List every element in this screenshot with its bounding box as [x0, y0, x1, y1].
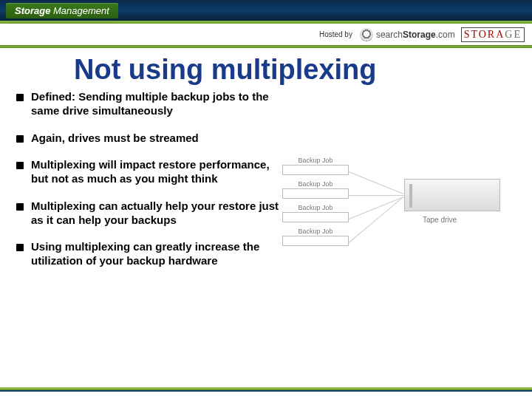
- bullet-item: Defined: Sending multiple backup jobs to…: [16, 90, 282, 118]
- hosted-row: Hosted by searchStorage.com STORAGE: [0, 24, 532, 46]
- footer-stripe: [0, 387, 532, 392]
- backup-job-label: Backup Job: [298, 204, 332, 211]
- connector-line: [349, 197, 404, 219]
- hosted-logos: searchStorage.com STORAGE: [360, 27, 525, 42]
- bullet-item: Multiplexing can actually help your rest…: [16, 200, 282, 228]
- tape-drive: [404, 179, 500, 211]
- slide-title: Not using multiplexing: [0, 48, 532, 90]
- backup-job-3: Backup Job: [282, 204, 349, 222]
- backup-job-4: Backup Job: [282, 228, 349, 246]
- brand-bold: Storage: [15, 5, 50, 16]
- hosted-by-label: Hosted by: [319, 30, 352, 38]
- brand-light: Management: [53, 5, 109, 16]
- connector-line: [349, 171, 404, 194]
- searchstorage-text: searchStorage.com: [376, 30, 455, 40]
- content-area: Defined: Sending multiple backup jobs to…: [0, 90, 532, 282]
- brand-badge: Storage Management: [6, 3, 118, 18]
- backup-job-label: Backup Job: [298, 180, 332, 188]
- job-box: [282, 212, 349, 222]
- bullet-item: Again, drives must be streamed: [16, 132, 282, 146]
- backup-job-2: Backup Job: [282, 180, 349, 199]
- backup-job-1: Backup Job: [282, 157, 349, 175]
- eye-icon: [360, 28, 373, 41]
- backup-job-label: Backup Job: [298, 228, 332, 235]
- bullet-item: Using multiplexing can greatly increase …: [16, 240, 282, 268]
- job-box: [282, 165, 349, 175]
- searchstorage-logo: searchStorage.com: [360, 28, 455, 41]
- connector-line: [349, 197, 403, 243]
- job-box: [282, 188, 349, 199]
- job-box: [282, 236, 349, 246]
- multiplexing-diagram: Backup Job Backup Job Backup Job Backup …: [282, 157, 517, 267]
- top-bar: Storage Management: [0, 0, 532, 21]
- backup-job-label: Backup Job: [298, 157, 332, 164]
- connector-line: [349, 195, 405, 196]
- storage-logo: STORAGE: [461, 27, 525, 42]
- bullet-item: Multiplexing will impact restore perform…: [16, 158, 282, 186]
- bullet-list: Defined: Sending multiple backup jobs to…: [16, 90, 282, 282]
- tape-drive-label: Tape drive: [423, 216, 457, 224]
